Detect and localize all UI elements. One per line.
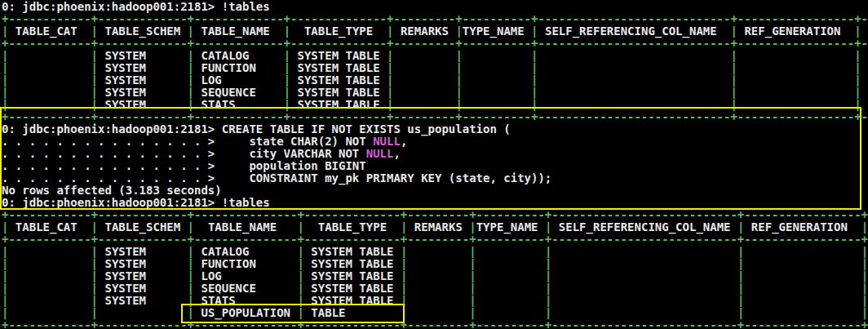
- table2-row-log: | | SYSTEM | LOG | SYSTEM TABLE | | | | …: [2, 270, 868, 282]
- table1-border-top: +------------+-------------+------------…: [2, 13, 868, 25]
- table1-row-stats: | | SYSTEM | STATS | SYSTEM TABLE | | | …: [2, 99, 868, 111]
- table1-header: | TABLE_CAT | TABLE_SCHEM | TABLE_NAME |…: [2, 25, 868, 38]
- terminal-output: 0: jdbc:phoenix:hadoop001:2181> !tables+…: [2, 1, 868, 329]
- table2-border-bottom: +------------+-------------+------------…: [2, 319, 868, 329]
- create-table-line-constraint: . . . . . . . . . . . . . . . > CONSTRAI…: [2, 172, 868, 185]
- table1-border-bottom: +------------+-------------+------------…: [2, 111, 868, 123]
- table2-border-top: +------------+-------------+------------…: [2, 209, 868, 221]
- table1-header-separator: +------------+-------------+------------…: [2, 38, 868, 50]
- table2-row-stats: | | SYSTEM | STATS | SYSTEM TABLE | | | …: [2, 295, 868, 307]
- table1-row-sequence: | | SYSTEM | SEQUENCE | SYSTEM TABLE | |…: [2, 87, 868, 99]
- create-table-line-city: . . . . . . . . . . . . . . . > city VAR…: [2, 148, 868, 160]
- table1-row-log: | | SYSTEM | LOG | SYSTEM TABLE | | | | …: [2, 74, 868, 87]
- terminal-screen[interactable]: 0: jdbc:phoenix:hadoop001:2181> !tables+…: [0, 0, 868, 329]
- command-tables-1: 0: jdbc:phoenix:hadoop001:2181> !tables: [2, 1, 868, 13]
- table2-header: | TABLE_CAT | TABLE_SCHEM | TABLE_NAME |…: [2, 221, 868, 233]
- table2-row-sequence: | | SYSTEM | SEQUENCE | SYSTEM TABLE | |…: [2, 282, 868, 295]
- status-no-rows-affected: No rows affected (3.183 seconds): [2, 185, 868, 197]
- create-table-line-population: . . . . . . . . . . . . . . . > populati…: [2, 160, 868, 172]
- table2-row-us-population: | | | US_POPULATION | TABLE | | | | |: [2, 307, 868, 319]
- table2-row-catalog: | | SYSTEM | CATALOG | SYSTEM TABLE | | …: [2, 246, 868, 258]
- command-tables-2: 0: jdbc:phoenix:hadoop001:2181> !tables: [2, 197, 868, 209]
- table1-row-function: | | SYSTEM | FUNCTION | SYSTEM TABLE | |…: [2, 62, 868, 74]
- create-table-command: 0: jdbc:phoenix:hadoop001:2181> CREATE T…: [2, 123, 868, 136]
- table2-header-separator: +------------+-------------+------------…: [2, 233, 868, 246]
- create-table-line-state: . . . . . . . . . . . . . . . > state CH…: [2, 136, 868, 148]
- table1-row-catalog: | | SYSTEM | CATALOG | SYSTEM TABLE | | …: [2, 50, 868, 62]
- table2-row-function: | | SYSTEM | FUNCTION | SYSTEM TABLE | |…: [2, 258, 868, 270]
